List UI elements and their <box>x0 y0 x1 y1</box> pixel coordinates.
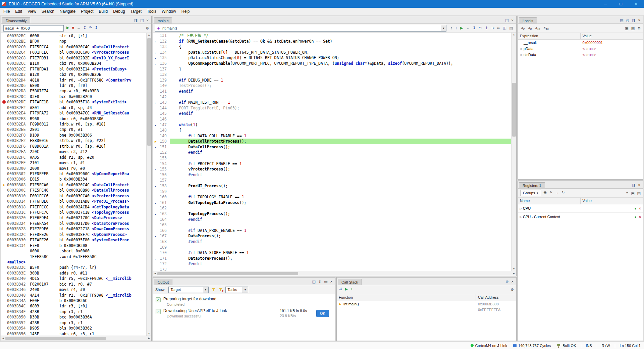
disassembly-row[interactable]: 0003B2FA230Cmovs r3, #12 <box>1 149 146 154</box>
disassembly-row[interactable]: 0003B3002000movs r0, #0 <box>1 166 146 171</box>
close-icon[interactable]: × <box>512 18 514 22</box>
scroll-up-icon[interactable]: ▲ <box>147 34 151 36</box>
disassembly-gutter[interactable] <box>1 116 7 121</box>
disassembly-gutter[interactable] <box>1 309 7 314</box>
editor-gutter[interactable]: ▸ <box>153 61 158 66</box>
disassembly-row[interactable]: 0003B34AE00Fb 0x0003B36C <box>1 298 146 303</box>
editor-line[interactable]: 166 #if DATA_PROC_ENABLE == 1 <box>153 228 511 234</box>
gear-icon[interactable]: ⚙ <box>511 288 514 292</box>
locals-row[interactable]: ▷stcData<struct> <box>518 52 643 58</box>
close-icon[interactable]: × <box>638 183 640 187</box>
editor-line[interactable]: ▸147 while(1) <box>153 122 511 128</box>
disassembly-row[interactable]: 0003B3561A5Esubs r6, r3, r1 <box>1 331 146 336</box>
menu-navigate[interactable]: Navigate <box>57 8 78 15</box>
column-expression[interactable]: Expression <box>518 33 581 39</box>
disassembly-gutter[interactable] <box>1 270 7 276</box>
disassembly-horizontal-scrollbar[interactable]: ◀ ▶ <box>1 336 151 341</box>
disassembly-gutter[interactable] <box>1 193 7 199</box>
close-button[interactable] <box>629 0 644 8</box>
scroll-thumb[interactable] <box>5 337 106 340</box>
split-icon[interactable]: ◫ <box>505 18 508 22</box>
disassembly-gutter[interactable] <box>1 221 7 226</box>
disassembly-row[interactable]: 0003B354D905bls 0x0003B362 <box>1 326 146 331</box>
disassembly-tab[interactable]: Disassembly <box>2 17 30 23</box>
refresh-icon[interactable]: ↻ <box>561 191 565 194</box>
disassembly-row[interactable]: 0003B328F7E7F9F6bl 0x00022718 <DownCommP… <box>1 226 146 232</box>
split-icon[interactable]: ◫ <box>503 26 506 30</box>
step-out-icon[interactable]: ↥ <box>95 26 98 30</box>
expand-icon[interactable]: ▷ <box>519 207 523 210</box>
disassembly-row[interactable]: 0003B2EE2801cmp r0, #1 <box>1 127 146 132</box>
editor-gutter[interactable] <box>153 155 158 161</box>
step-into-icon[interactable]: ↧ <box>83 26 86 30</box>
editor-line[interactable]: 152 #endif <box>153 150 511 155</box>
dock-icon[interactable]: ◫ <box>312 280 316 284</box>
chevron-down-icon[interactable] <box>441 25 446 31</box>
disassembly-row[interactable]: 0003B2EAF89D0012ldrb.w r0, [sp, #18] <box>1 121 146 127</box>
arrow-left-icon[interactable]: ← <box>77 26 80 30</box>
disassembly-gutter[interactable] <box>1 55 7 61</box>
output-tab[interactable]: Output <box>154 279 172 285</box>
step-out-icon[interactable]: ↥ <box>485 26 488 30</box>
disassembly-row[interactable]: 0003B2F0D109bne 0x0003B306 <box>1 133 146 138</box>
editor-line[interactable]: ▸167 DataProcess(); <box>153 233 511 239</box>
editor-gutter[interactable]: ▸ <box>153 144 158 150</box>
insert-mode-indicator[interactable]: INS <box>581 344 592 348</box>
format-base2-button[interactable]: x2 <box>520 25 526 31</box>
readwrite-indicator[interactable]: R+W <box>597 344 610 348</box>
float-icon[interactable]: ◨ <box>632 183 635 187</box>
editor-line[interactable]: 168 #endif <box>153 239 511 245</box>
disassembly-row[interactable]: 0003B320F7E6F9F4bl 0x0002170C <DataProce… <box>1 215 146 220</box>
disassembly-vertical-scrollbar[interactable]: ▲ ▼ <box>146 33 151 336</box>
disassembly-gutter[interactable] <box>1 127 7 132</box>
disassembly-row[interactable]: 0003B2CCB110cbz r0, 0x0003B2D4 <box>1 61 146 66</box>
editor-gutter[interactable]: ▸ <box>153 100 158 105</box>
step-into-icon[interactable]: ↧ <box>473 26 476 30</box>
scroll-thumb[interactable] <box>512 83 516 137</box>
editor-line[interactable]: 156 #endif <box>153 172 511 178</box>
disassembly-row[interactable]: 0003B352428Bcmp r3, r1 <box>1 320 146 326</box>
disassembly-row[interactable]: 0003B2BC6008str r0, [r1] <box>1 33 146 39</box>
editor-line[interactable]: 173 <box>153 267 511 271</box>
disassembly-gutter[interactable] <box>1 210 7 215</box>
editor-gutter[interactable] <box>153 194 158 200</box>
disassembly-row[interactable]: 0003B2C0F7E5FCC4bl 0x00020C4C <DataCollP… <box>1 44 146 50</box>
scroll-right-icon[interactable]: ▶ <box>513 272 515 275</box>
disassembly-row[interactable]: 0003B302F7FDFEEBbl 0x0003900C <UpCommRep… <box>1 171 146 177</box>
menu-view[interactable]: View <box>25 8 39 15</box>
import-icon[interactable]: ⇊ <box>339 287 342 291</box>
editor-line[interactable]: ▸155 vProtectProcess(); <box>153 166 511 172</box>
copy-icon[interactable]: ▣ <box>631 191 634 195</box>
editor-gutter[interactable]: ▸ <box>153 211 158 217</box>
disassembly-gutter[interactable] <box>1 199 7 204</box>
disassembly-row[interactable]: 0003B2F6F88D001Astrb.w r0, [sp, #26] <box>1 144 146 149</box>
editor-gutter[interactable] <box>153 267 158 271</box>
editor-gutter[interactable] <box>153 66 158 72</box>
close-icon[interactable]: × <box>512 280 514 284</box>
editor-gutter[interactable]: ▸ <box>153 55 158 61</box>
copy-icon[interactable]: ▣ <box>625 27 628 30</box>
editor-gutter[interactable] <box>153 78 158 83</box>
menu-file[interactable]: File <box>1 8 12 15</box>
disassembly-gutter[interactable] <box>1 314 7 320</box>
stop-icon[interactable]: ■ <box>72 26 74 30</box>
disassembly-address-input[interactable] <box>3 25 64 32</box>
groups-button[interactable]: Groups <box>520 190 541 196</box>
disassembly-row[interactable]: 0003B2D8F5B07F7Acmp.w r0, #0x03E8 <box>1 88 146 94</box>
infinity-icon[interactable]: ∞ <box>497 26 500 30</box>
menu-window[interactable]: Window <box>159 8 179 15</box>
cycles-indicator[interactable]: 140,743,767 Cycles <box>513 344 551 348</box>
menu-debug[interactable]: Debug <box>110 8 127 15</box>
pin-icon[interactable]: ◎ <box>626 18 630 22</box>
gear-icon[interactable]: ⚙ <box>637 27 641 30</box>
expand-icon[interactable]: ▷ <box>519 215 523 218</box>
disassembly-gutter[interactable] <box>1 66 7 72</box>
editor-gutter[interactable] <box>153 228 158 234</box>
build-status[interactable]: Built OK <box>557 344 576 348</box>
editor-gutter[interactable] <box>153 150 158 155</box>
editor-line[interactable]: 139 #if DEBUG_MODE == 1 <box>153 78 511 83</box>
registers-tab[interactable]: Registers 1 <box>519 182 545 188</box>
editor-gutter[interactable] <box>153 222 158 228</box>
disassembly-row[interactable]: 0003B2E4F7F9FA72bl 0x000347CC <RMU_GetRe… <box>1 110 146 116</box>
disassembly-row[interactable]: ▶0003B308F7E5FCA0bl 0x00020C4C <DataColl… <box>1 182 146 188</box>
